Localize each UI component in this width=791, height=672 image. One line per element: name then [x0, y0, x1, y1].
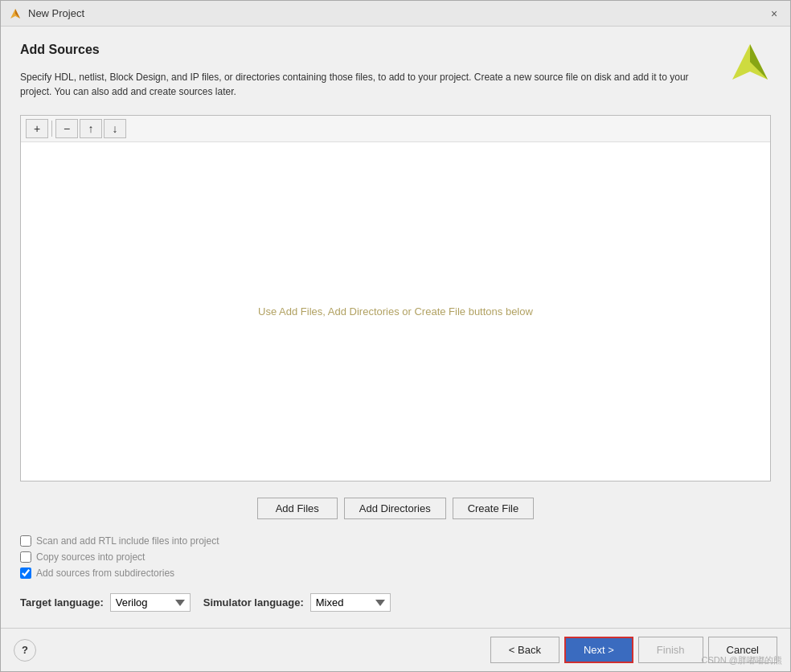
- copy-sources-label: Copy sources into project: [36, 551, 145, 563]
- dialog-title: New Project: [28, 7, 84, 19]
- file-toolbar: + − ↑ ↓: [21, 116, 770, 142]
- target-language-group: Target language: Verilog VHDL: [20, 593, 191, 612]
- add-subdirs-row: Add sources from subdirectories: [20, 568, 771, 579]
- scan-rtl-label: Scan and add RTL include files into proj…: [36, 535, 219, 547]
- action-buttons-row: Add Files Add Directories Create File: [20, 498, 771, 519]
- page-description: Specify HDL, netlist, Block Design, and …: [20, 70, 719, 99]
- next-button[interactable]: Next >: [564, 637, 633, 663]
- watermark: CSDN @胖嘟嘟的熊: [702, 654, 782, 666]
- options-section: Scan and add RTL include files into proj…: [20, 535, 771, 579]
- move-up-toolbar-button[interactable]: ↑: [80, 119, 102, 138]
- title-bar-left: New Project: [9, 7, 84, 20]
- simulator-language-select[interactable]: Mixed Verilog VHDL: [310, 593, 391, 612]
- target-language-label: Target language:: [20, 596, 104, 608]
- main-content: Add Sources Specify HDL, netlist, Block …: [1, 27, 790, 628]
- simulator-language-label: Simulator language:: [203, 596, 304, 608]
- bottom-bar: ? < Back Next > Finish Cancel: [1, 628, 790, 671]
- copy-sources-checkbox[interactable]: [20, 551, 31, 563]
- move-down-toolbar-button[interactable]: ↓: [104, 119, 126, 138]
- new-project-dialog: New Project × Add Sources Specify HDL, n…: [0, 0, 791, 672]
- target-language-select[interactable]: Verilog VHDL: [110, 593, 191, 612]
- file-list-area: Use Add Files, Add Directories or Create…: [21, 142, 770, 481]
- finish-button[interactable]: Finish: [638, 637, 703, 663]
- remove-file-toolbar-button[interactable]: −: [55, 119, 78, 138]
- add-subdirs-checkbox[interactable]: [20, 568, 31, 579]
- page-title: Add Sources: [20, 43, 771, 57]
- vivado-logo-icon: [729, 41, 771, 83]
- add-directories-button[interactable]: Add Directories: [344, 498, 446, 519]
- create-file-button[interactable]: Create File: [453, 498, 535, 519]
- logo-area: [729, 41, 771, 85]
- help-button[interactable]: ?: [14, 639, 36, 662]
- title-bar: New Project ×: [1, 1, 790, 27]
- copy-sources-row: Copy sources into project: [20, 551, 771, 563]
- add-files-button[interactable]: Add Files: [257, 498, 338, 519]
- scan-rtl-checkbox[interactable]: [20, 535, 31, 547]
- toolbar-separator: [51, 121, 52, 137]
- file-panel: + − ↑ ↓ Use Add Files, Add Directories o…: [20, 115, 771, 481]
- file-list-placeholder: Use Add Files, Add Directories or Create…: [258, 305, 533, 318]
- language-row: Target language: Verilog VHDL Simulator …: [20, 593, 771, 612]
- scan-rtl-row: Scan and add RTL include files into proj…: [20, 535, 771, 547]
- vivado-small-icon: [9, 7, 22, 20]
- simulator-language-group: Simulator language: Mixed Verilog VHDL: [203, 593, 391, 612]
- add-file-toolbar-button[interactable]: +: [26, 119, 48, 138]
- add-subdirs-label: Add sources from subdirectories: [36, 568, 174, 579]
- back-button[interactable]: < Back: [490, 637, 559, 663]
- close-button[interactable]: ×: [766, 6, 782, 22]
